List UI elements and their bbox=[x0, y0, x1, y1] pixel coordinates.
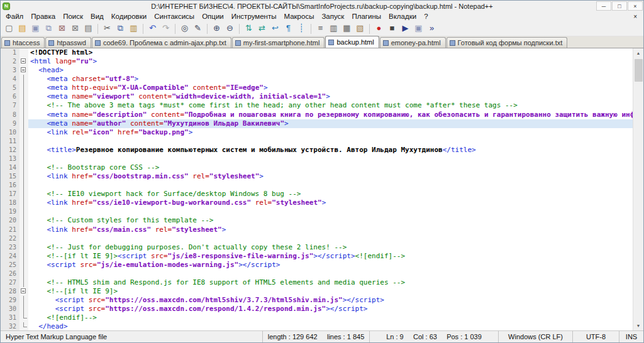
editor-line[interactable]: 7 <!-- The above 3 meta tags *must* come… bbox=[1, 101, 633, 110]
status-insert-mode[interactable]: INS bbox=[619, 331, 643, 342]
sync-horizontal-scroll-icon[interactable]: ⇄ bbox=[256, 23, 268, 35]
scroll-down-icon[interactable]: ▼ bbox=[633, 321, 643, 330]
indent-guide-icon[interactable]: ┊ bbox=[296, 23, 308, 35]
editor-line[interactable]: 6 <meta name="viewport" content="width=d… bbox=[1, 92, 633, 101]
menu-item[interactable]: ? bbox=[420, 11, 431, 21]
redo-icon[interactable]: ↷ bbox=[160, 23, 172, 35]
macro-run-multiple-icon[interactable]: » bbox=[426, 23, 438, 35]
save-file-icon[interactable]: ▣ bbox=[30, 23, 42, 35]
editor-line[interactable]: 28 <!--[if lt IE 9]> bbox=[1, 287, 633, 296]
status-encoding[interactable]: UTF-8 bbox=[573, 331, 619, 342]
editor-line[interactable]: 30 <script src="https://oss.maxcdn.com/r… bbox=[1, 305, 633, 313]
menu-item[interactable]: Плагины bbox=[348, 11, 385, 21]
editor-line[interactable]: 24 <!--[if lt IE 9]><script src="js/ie8-… bbox=[1, 252, 633, 261]
find-icon[interactable]: ◎ bbox=[179, 23, 191, 35]
close-file-icon[interactable]: ⊠ bbox=[56, 23, 68, 35]
macro-record-icon[interactable]: ● bbox=[373, 23, 385, 35]
fold-margin-cell bbox=[19, 137, 28, 146]
fold-toggle-icon[interactable] bbox=[19, 66, 28, 75]
status-eol-format[interactable]: Windows (CR LF) bbox=[499, 331, 573, 342]
close-all-icon[interactable]: ⊠ bbox=[69, 23, 81, 35]
menu-item[interactable]: Инструменты bbox=[228, 11, 280, 21]
macro-play-icon[interactable]: ▶ bbox=[399, 23, 411, 35]
tab[interactable]: code69. Проблема с admin-ajax.php.txt bbox=[92, 37, 231, 48]
editor-line[interactable]: 21 <link href="css/main.css" rel="styles… bbox=[1, 226, 633, 234]
editor-line[interactable]: 3 <head> bbox=[1, 66, 633, 75]
editor-line[interactable]: 13 bbox=[1, 155, 633, 163]
editor-line[interactable]: 8 <meta name="description" content="Подр… bbox=[1, 111, 633, 119]
fold-toggle-icon[interactable] bbox=[19, 287, 28, 296]
tab[interactable]: htpasswd bbox=[45, 37, 91, 48]
function-list-icon[interactable]: ≡ bbox=[314, 23, 326, 35]
macro-stop-icon[interactable]: ■ bbox=[386, 23, 398, 35]
fold-margin-cell bbox=[19, 119, 28, 128]
editor-area[interactable]: 1<!DOCTYPE html>2<html lang="ru">3 <head… bbox=[1, 48, 643, 330]
editor-line[interactable]: 4 <meta charset="utf-8"> bbox=[1, 75, 633, 84]
tab[interactable]: my-first-smartphone.html bbox=[232, 37, 325, 48]
word-wrap-icon[interactable]: ↩ bbox=[269, 23, 281, 35]
editor-line[interactable]: 15 <link href="css/bootstrap.min.css" re… bbox=[1, 172, 633, 181]
editor-line[interactable]: 9 <meta name="author" content="Мухутдино… bbox=[1, 119, 633, 128]
copy-icon[interactable]: ⧉ bbox=[114, 23, 126, 35]
new-file-icon[interactable]: ▢ bbox=[3, 23, 15, 35]
editor-line[interactable]: 5 <meta http-equiv="X-UA-Compatible" con… bbox=[1, 84, 633, 92]
maximize-button[interactable]: □ bbox=[612, 1, 627, 11]
editor-line[interactable]: 20 <!-- Custom styles for this template … bbox=[1, 216, 633, 225]
menu-item[interactable]: Запуск bbox=[318, 11, 348, 21]
save-all-icon[interactable]: ⧉ bbox=[43, 23, 55, 35]
fold-margin-cell bbox=[19, 296, 28, 305]
fold-toggle-icon[interactable] bbox=[19, 57, 28, 66]
tab[interactable]: backup.html bbox=[325, 36, 379, 48]
minimize-button[interactable]: ─ bbox=[596, 1, 611, 11]
tab[interactable]: emoney-pa.html bbox=[380, 37, 446, 48]
document-list-icon[interactable]: ▦ bbox=[341, 23, 353, 35]
scrollbar-thumb[interactable] bbox=[635, 59, 643, 82]
menu-item[interactable]: Вид bbox=[87, 11, 108, 21]
open-folder-icon[interactable]: ▤ bbox=[16, 23, 28, 35]
replace-icon[interactable]: ✎ bbox=[192, 23, 204, 35]
editor-line[interactable]: 18 <link href="css/ie10-viewport-bug-wor… bbox=[1, 199, 633, 207]
macro-save-icon[interactable]: ▣ bbox=[413, 23, 425, 35]
editor-line[interactable]: 27 <!-- HTML5 shim and Respond.js for IE… bbox=[1, 278, 633, 287]
editor-line[interactable]: 29 <script src="https://oss.maxcdn.com/h… bbox=[1, 296, 633, 305]
menu-item[interactable]: Кодировки bbox=[108, 11, 150, 21]
editor-line[interactable]: 25 <script src="js/ie-emulation-modes-wa… bbox=[1, 261, 633, 270]
editor-line[interactable]: 2<html lang="ru"> bbox=[1, 57, 633, 66]
editor-line[interactable]: 11 bbox=[1, 137, 633, 146]
menu-item[interactable]: Поиск bbox=[59, 11, 87, 21]
editor-line[interactable]: 10 <link rel="icon" href="backup.png"> bbox=[1, 128, 633, 137]
menubar-close-button[interactable]: × bbox=[631, 13, 640, 20]
menu-item[interactable]: Файл bbox=[2, 11, 27, 21]
folder-as-workspace-icon[interactable]: ▧ bbox=[354, 23, 366, 35]
menu-item[interactable]: Опции bbox=[198, 11, 228, 21]
undo-icon[interactable]: ↶ bbox=[147, 23, 158, 35]
menu-item[interactable]: Макросы bbox=[280, 11, 318, 21]
editor-line[interactable]: 32 </head> bbox=[1, 322, 633, 330]
zoom-out-icon[interactable]: ⊖ bbox=[224, 23, 236, 35]
document-map-icon[interactable]: ▥ bbox=[328, 23, 340, 35]
menu-item[interactable]: Вкладки bbox=[385, 11, 420, 21]
editor-line[interactable]: 14 <!-- Bootstrap core CSS --> bbox=[1, 163, 633, 172]
editor-line[interactable]: 1<!DOCTYPE html> bbox=[1, 48, 633, 57]
menu-item[interactable]: Правка bbox=[27, 11, 59, 21]
show-all-characters-icon[interactable]: ¶ bbox=[282, 23, 294, 35]
close-button[interactable]: × bbox=[628, 1, 643, 11]
scroll-up-icon[interactable]: ▲ bbox=[633, 48, 643, 58]
editor-line[interactable]: 16 bbox=[1, 181, 633, 190]
editor-line[interactable]: 17 <!-- IE10 viewport hack for Surface/d… bbox=[1, 190, 633, 199]
sync-vertical-scroll-icon[interactable]: ⇅ bbox=[243, 23, 255, 35]
editor-line[interactable]: 22 bbox=[1, 234, 633, 243]
vertical-scrollbar[interactable]: ▲ ▼ bbox=[633, 48, 643, 330]
print-icon[interactable]: ▤ bbox=[82, 23, 94, 35]
cut-icon[interactable]: ✂ bbox=[101, 23, 113, 35]
editor-line[interactable]: 31 <![endif]--> bbox=[1, 313, 633, 322]
tab[interactable]: Готовый код формы подписки.txt bbox=[447, 37, 568, 48]
menu-item[interactable]: Синтаксисы bbox=[150, 11, 198, 21]
editor-line[interactable]: 12 <title>Резервное копирование компьюте… bbox=[1, 146, 633, 155]
editor-line[interactable]: 26 bbox=[1, 270, 633, 278]
editor-line[interactable]: 19 bbox=[1, 207, 633, 216]
zoom-in-icon[interactable]: ⊕ bbox=[211, 23, 223, 35]
editor-line[interactable]: 23 <!-- Just for debugging purposes. Don… bbox=[1, 243, 633, 252]
tab[interactable]: htaccess bbox=[1, 37, 45, 48]
paste-icon[interactable]: ▥ bbox=[128, 23, 140, 35]
